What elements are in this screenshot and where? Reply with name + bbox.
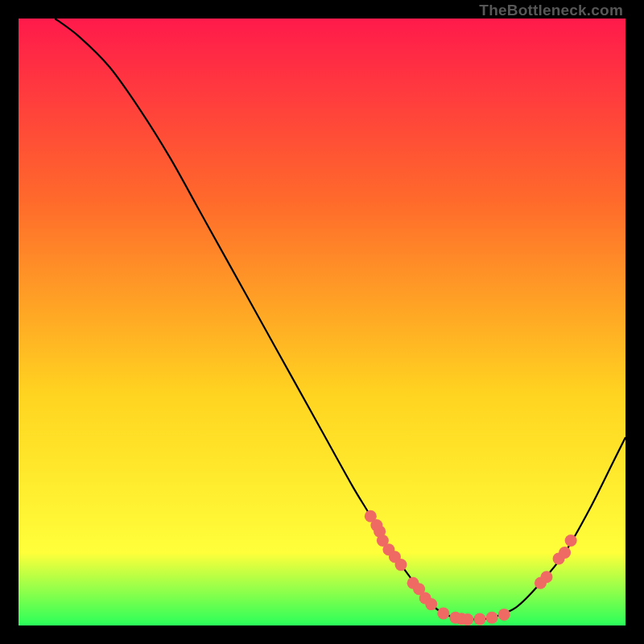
marker-point bbox=[395, 559, 407, 571]
marker-point bbox=[565, 535, 577, 547]
marker-point bbox=[540, 571, 552, 583]
marker-point bbox=[461, 613, 473, 625]
chart-frame bbox=[19, 19, 625, 625]
marker-point bbox=[474, 613, 486, 625]
watermark-text: TheBottleneck.com bbox=[479, 2, 623, 19]
marker-point bbox=[559, 547, 571, 559]
gradient-background bbox=[19, 19, 625, 625]
marker-point bbox=[437, 607, 449, 619]
marker-point bbox=[498, 609, 510, 621]
bottleneck-chart bbox=[19, 19, 625, 625]
marker-point bbox=[425, 598, 437, 610]
marker-point bbox=[486, 612, 498, 624]
